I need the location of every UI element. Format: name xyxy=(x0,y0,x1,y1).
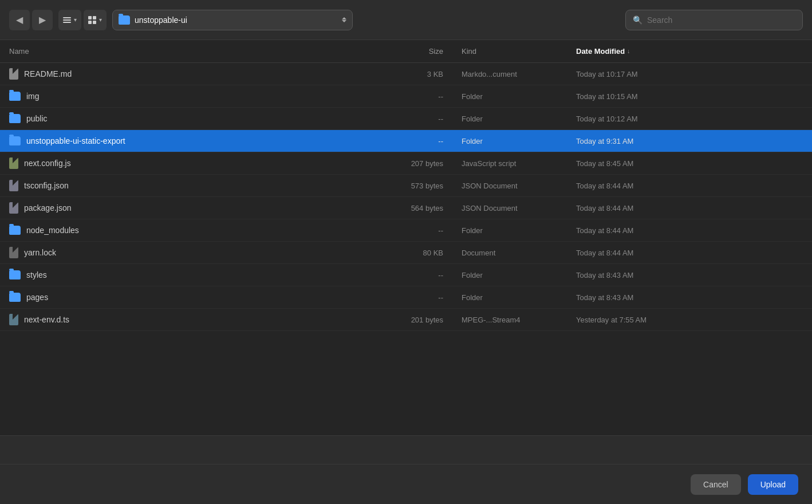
col-header-date[interactable]: Date Modified ↓ xyxy=(567,47,812,56)
view-buttons: ▾ ▾ xyxy=(58,10,107,30)
table-row[interactable]: package.json 564 bytes JSON Document Tod… xyxy=(0,197,812,219)
list-view-chevron-icon: ▾ xyxy=(74,17,77,23)
file-cell-date: Today at 8:44 AM xyxy=(567,204,812,212)
grid-view-icon xyxy=(88,16,96,24)
file-cell-kind: Folder xyxy=(452,92,567,101)
folder-icon xyxy=(9,136,21,145)
stepper-down-icon xyxy=(342,20,346,22)
file-icon xyxy=(9,314,18,325)
back-button[interactable]: ◀ xyxy=(9,10,30,30)
folder-icon xyxy=(9,226,21,235)
file-cell-kind: Folder xyxy=(452,115,567,123)
file-cell-size: 80 KB xyxy=(338,249,452,257)
file-cell-kind: Folder xyxy=(452,137,567,145)
status-bar xyxy=(0,435,812,464)
col-header-name[interactable]: Name xyxy=(0,47,338,56)
search-bar[interactable]: 🔍 xyxy=(625,10,803,30)
file-cell-name: README.md xyxy=(0,68,338,80)
file-cell-date: Today at 9:31 AM xyxy=(567,137,812,145)
file-cell-size: 207 bytes xyxy=(338,159,452,168)
file-cell-name: next-env.d.ts xyxy=(0,314,338,325)
file-cell-name: package.json xyxy=(0,202,338,214)
search-input[interactable] xyxy=(647,15,795,25)
table-row[interactable]: img -- Folder Today at 10:15 AM xyxy=(0,85,812,108)
file-cell-kind: Folder xyxy=(452,293,567,302)
list-view-icon xyxy=(63,17,71,23)
grid-view-chevron-icon: ▾ xyxy=(99,17,102,23)
cancel-button[interactable]: Cancel xyxy=(691,474,741,495)
toolbar: ◀ ▶ ▾ ▾ unstoppable-ui 🔍 xyxy=(0,0,812,40)
sort-chevron-icon: ↓ xyxy=(627,48,630,54)
file-cell-name: node_modules xyxy=(0,226,338,235)
table-row[interactable]: tsconfig.json 573 bytes JSON Document To… xyxy=(0,175,812,197)
file-cell-kind: Folder xyxy=(452,226,567,235)
file-cell-kind: MPEG-...Stream4 xyxy=(452,316,567,324)
column-headers: Name Size Kind Date Modified ↓ xyxy=(0,40,812,63)
list-view-button[interactable]: ▾ xyxy=(58,10,81,30)
table-row[interactable]: pages -- Folder Today at 8:43 AM xyxy=(0,286,812,309)
table-row[interactable]: public -- Folder Today at 10:12 AM xyxy=(0,108,812,130)
file-cell-size: 564 bytes xyxy=(338,204,452,212)
stepper-up-icon xyxy=(342,17,346,19)
file-name: yarn.lock xyxy=(24,248,56,257)
table-row[interactable]: next.config.js 207 bytes JavaScript scri… xyxy=(0,152,812,175)
col-header-size[interactable]: Size xyxy=(338,47,452,56)
table-row[interactable]: styles -- Folder Today at 8:43 AM xyxy=(0,264,812,286)
forward-button[interactable]: ▶ xyxy=(32,10,53,30)
file-cell-date: Today at 8:44 AM xyxy=(567,182,812,190)
file-icon xyxy=(9,68,18,80)
file-icon xyxy=(9,158,18,169)
search-icon: 🔍 xyxy=(633,15,642,25)
file-icon xyxy=(9,202,18,214)
file-cell-date: Today at 8:45 AM xyxy=(567,159,812,168)
file-cell-size: -- xyxy=(338,137,452,145)
file-cell-name: pages xyxy=(0,293,338,302)
file-cell-name: yarn.lock xyxy=(0,247,338,258)
file-name: img xyxy=(26,92,40,101)
location-bar[interactable]: unstoppable-ui xyxy=(112,10,353,30)
file-icon xyxy=(9,180,18,191)
table-row[interactable]: next-env.d.ts 201 bytes MPEG-...Stream4 … xyxy=(0,309,812,331)
table-row[interactable]: unstoppable-ui-static-export -- Folder T… xyxy=(0,130,812,152)
col-header-kind[interactable]: Kind xyxy=(452,47,567,56)
file-name: styles xyxy=(26,270,47,279)
file-cell-name: styles xyxy=(0,270,338,279)
footer: Cancel Upload xyxy=(0,464,812,504)
file-cell-date: Today at 8:44 AM xyxy=(567,226,812,235)
location-folder-icon xyxy=(119,15,130,25)
file-cell-date: Today at 10:17 AM xyxy=(567,70,812,78)
file-cell-date: Today at 10:12 AM xyxy=(567,115,812,123)
file-icon xyxy=(9,247,18,258)
file-cell-date: Today at 10:15 AM xyxy=(567,92,812,101)
file-cell-size: -- xyxy=(338,293,452,302)
file-cell-name: img xyxy=(0,92,338,101)
file-name: package.json xyxy=(24,203,72,212)
file-cell-size: -- xyxy=(338,115,452,123)
file-cell-kind: Markdo...cument xyxy=(452,70,567,78)
table-row[interactable]: yarn.lock 80 KB Document Today at 8:44 A… xyxy=(0,242,812,264)
table-row[interactable]: README.md 3 KB Markdo...cument Today at … xyxy=(0,63,812,85)
file-name: pages xyxy=(26,293,48,302)
file-cell-date: Today at 8:43 AM xyxy=(567,271,812,279)
file-cell-date: Today at 8:44 AM xyxy=(567,249,812,257)
file-cell-kind: JavaScript script xyxy=(452,159,567,168)
upload-button[interactable]: Upload xyxy=(748,474,798,495)
file-cell-size: -- xyxy=(338,226,452,235)
table-row[interactable]: node_modules -- Folder Today at 8:44 AM xyxy=(0,219,812,242)
file-cell-name: public xyxy=(0,114,338,123)
folder-icon xyxy=(9,293,21,302)
folder-icon xyxy=(9,114,21,123)
location-text: unstoppable-ui xyxy=(135,15,337,25)
location-stepper[interactable] xyxy=(342,17,346,22)
file-name: next.config.js xyxy=(24,159,71,168)
grid-view-button[interactable]: ▾ xyxy=(84,10,107,30)
folder-icon xyxy=(9,92,21,101)
file-cell-kind: JSON Document xyxy=(452,182,567,190)
file-cell-date: Today at 8:43 AM xyxy=(567,293,812,302)
file-cell-size: 3 KB xyxy=(338,70,452,78)
file-cell-name: unstoppable-ui-static-export xyxy=(0,136,338,145)
file-cell-size: -- xyxy=(338,271,452,279)
file-cell-kind: JSON Document xyxy=(452,204,567,212)
file-cell-name: next.config.js xyxy=(0,158,338,169)
file-cell-date: Yesterday at 7:55 AM xyxy=(567,316,812,324)
